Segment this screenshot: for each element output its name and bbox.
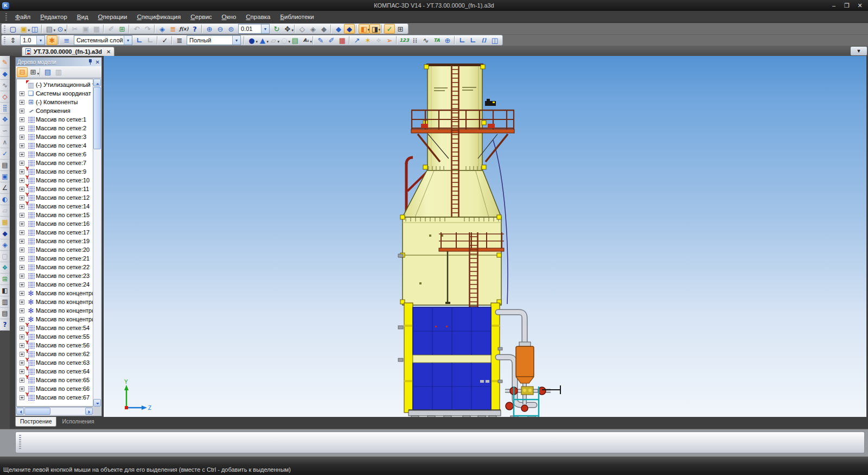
tree-item[interactable]: Сопряжения [17, 106, 93, 115]
tree-relations-button[interactable]: ▥ [53, 67, 64, 77]
face-icon[interactable]: ▣ [0, 171, 10, 182]
expand-plus-icon[interactable] [20, 221, 24, 226]
scroll-thumb[interactable] [93, 87, 101, 149]
tree-item[interactable]: Массив по сетке:24 [17, 280, 93, 289]
sheet-metal-icon[interactable]: ◈ [0, 239, 10, 251]
expand-plus-icon[interactable] [20, 91, 24, 96]
cut-button[interactable]: ✂ [69, 24, 80, 34]
expand-plus-icon[interactable] [20, 378, 24, 383]
tab-close-icon[interactable]: ✕ [106, 49, 111, 55]
rotate-icon[interactable]: ◐ [0, 194, 10, 205]
expand-plus-icon[interactable] [20, 282, 24, 287]
point-icon[interactable]: ◇ [0, 91, 10, 103]
measure-icon[interactable]: ∠ [0, 182, 10, 194]
wireframe-view-button[interactable]: ◇ [297, 24, 308, 34]
expand-plus-icon[interactable] [20, 352, 24, 357]
toolbar-separator[interactable] [396, 36, 398, 45]
text-style-button[interactable]: A₁ [301, 35, 311, 45]
dimension-1-button[interactable]: ✎ [315, 35, 326, 45]
tree-item[interactable]: Массив по сетке:15 [17, 211, 93, 219]
expand-plus-icon[interactable] [20, 256, 24, 261]
measure-point-button[interactable]: ↗ [352, 35, 362, 45]
menu-service[interactable]: Сервис [186, 12, 216, 22]
expand-plus-icon[interactable] [20, 135, 24, 140]
expand-plus-icon[interactable] [20, 100, 24, 105]
pin-icon[interactable] [87, 59, 93, 65]
tree-item[interactable]: Массив по сетке:17 [17, 228, 93, 237]
viewport-3d[interactable]: Y Z [103, 56, 866, 417]
chevron-down-icon[interactable] [232, 36, 240, 45]
expand-plus-icon[interactable] [20, 395, 24, 400]
tree-item[interactable]: Массив по концентриче [17, 289, 93, 297]
toolbar-separator[interactable] [67, 24, 68, 33]
tolerance-frame-button[interactable]: ▦ [337, 35, 348, 45]
macro-icon[interactable]: ▦ [0, 217, 10, 228]
kompas-document-button[interactable]: ◈ [157, 24, 168, 34]
tree-composition-button[interactable]: ⊞ [28, 67, 39, 77]
tree-horizontal-scrollbar[interactable] [16, 407, 93, 415]
zoom-factor-button[interactable]: ⊜ [226, 24, 237, 34]
projection-button[interactable]: ◨ [369, 24, 380, 34]
toolbar-separator[interactable] [454, 36, 456, 45]
scroll-right-icon[interactable] [85, 408, 93, 415]
sketch-mode-button[interactable]: ✓ [384, 24, 395, 34]
toolbar-separator[interactable] [103, 24, 105, 33]
expand-plus-icon[interactable] [20, 274, 24, 278]
toolbar-separator[interactable] [41, 24, 43, 33]
chevron-down-icon[interactable] [124, 36, 132, 45]
undo-button[interactable]: ↶ [131, 24, 142, 34]
tree-item[interactable]: (-) Компоненты [17, 98, 93, 106]
toolbar-separator[interactable] [157, 36, 158, 45]
toolbar-separator[interactable] [201, 24, 203, 33]
expand-plus-icon[interactable] [20, 369, 24, 374]
expand-plus-icon[interactable] [20, 360, 24, 365]
tree-item[interactable]: Массив по сетке:20 [17, 245, 93, 254]
dimension-icon[interactable]: ∧ [0, 137, 10, 148]
shaded-view-button[interactable]: ◆ [333, 24, 344, 34]
menu-file[interactable]: Файл [10, 12, 35, 22]
expand-plus-icon[interactable] [20, 109, 24, 113]
tree-item[interactable]: Массив по концентриче [17, 297, 93, 306]
scale-tool-button[interactable]: ⇕ [8, 35, 18, 45]
tree-item[interactable]: Массив по сетке:16 [17, 219, 93, 228]
toolbar-separator[interactable] [349, 36, 350, 45]
expand-plus-icon[interactable] [20, 152, 24, 157]
chevron-down-icon[interactable] [36, 36, 44, 45]
section-view-button[interactable]: ▱ [268, 35, 279, 45]
spline-icon[interactable]: ∿ [0, 80, 10, 91]
expand-plus-icon[interactable] [20, 187, 24, 192]
layer-combo[interactable]: Системный слой (0) [74, 35, 132, 45]
toolbar-separator[interactable] [381, 24, 383, 33]
expand-plus-icon[interactable] [20, 326, 24, 331]
tree-item[interactable]: Массив по сетке:6 [17, 150, 93, 159]
expand-plus-icon[interactable] [20, 195, 24, 200]
layout-grid-button[interactable]: ⊞ [395, 24, 406, 34]
toolbar-separator[interactable] [244, 36, 245, 45]
expand-plus-icon[interactable] [20, 143, 24, 148]
open-document-button[interactable]: ▣ [18, 24, 29, 34]
expand-plus-icon[interactable] [20, 117, 24, 122]
copy-button[interactable]: ▣ [80, 24, 91, 34]
structure-icon[interactable]: ⊞ [0, 274, 10, 285]
pattern-icon[interactable]: ▢ [0, 251, 10, 262]
expand-plus-icon[interactable] [20, 343, 24, 348]
tree-item[interactable]: Массив по концентриче [17, 306, 93, 315]
tree-item[interactable]: Массив по сетке:19 [17, 237, 93, 245]
close-button[interactable]: ✕ [856, 2, 864, 9]
toolbar-separator[interactable] [330, 24, 332, 33]
expand-plus-icon[interactable] [20, 178, 24, 183]
tree-item[interactable]: Массив по сетке:14 [17, 202, 93, 211]
component-icon[interactable]: ◆ [0, 68, 10, 80]
scroll-up-icon[interactable] [93, 79, 101, 86]
expand-plus-icon[interactable] [20, 161, 24, 166]
toolbar-separator[interactable] [294, 24, 296, 33]
document-tab[interactable]: УТ.73.00.0000_(fn-1).a3d ✕ [22, 47, 114, 56]
toolbar-separator[interactable] [59, 36, 60, 45]
measure-flash-button[interactable]: ✶ [362, 35, 373, 45]
expand-plus-icon[interactable] [20, 239, 24, 244]
close-icon[interactable]: ✕ [95, 59, 100, 65]
zone-button[interactable]: ◌ [279, 35, 290, 45]
layers-button[interactable]: ≡ [61, 35, 72, 45]
orientation-button[interactable]: ◧ [359, 24, 369, 34]
tab-list-dropdown[interactable] [851, 47, 867, 55]
